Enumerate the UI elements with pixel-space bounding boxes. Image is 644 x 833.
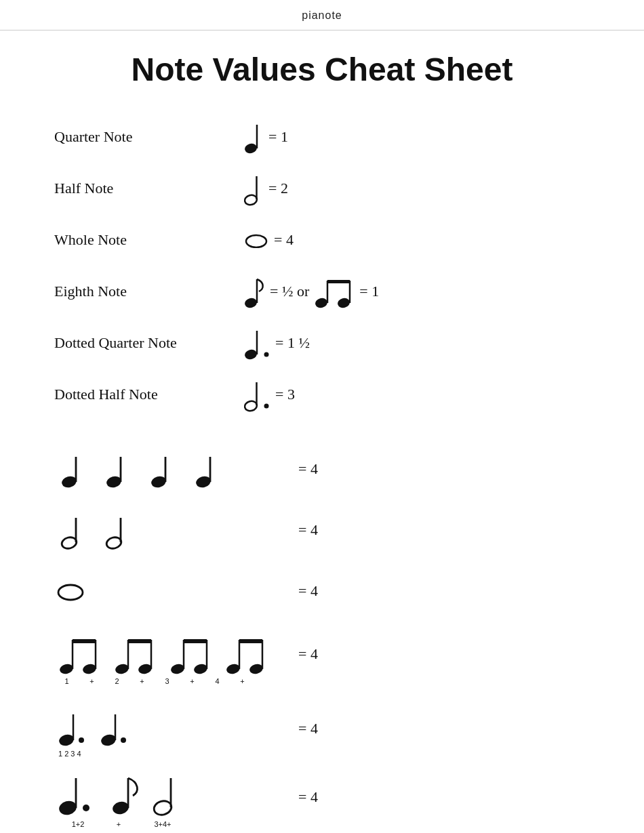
example-eq-1: = 4 <box>298 460 318 478</box>
half-note-label: Half Note <box>54 180 244 197</box>
example-row-4: 1 + 2 + 3 + 4 + = 4 <box>54 625 590 693</box>
whole-note-row: Whole Note = 4 <box>54 216 590 264</box>
quarter-note-label: Quarter Note <box>54 128 244 146</box>
dotted-quarter-note-label: Dotted Quarter Note <box>54 334 244 352</box>
example-notes-4: 1 + 2 + 3 + 4 + <box>54 632 298 685</box>
svg-point-5 <box>251 238 261 245</box>
beat-label-plus3: + <box>180 677 205 685</box>
svg-point-8 <box>315 297 329 309</box>
whole-note-value: = 4 <box>274 231 294 249</box>
mixed-label-2: + <box>102 820 136 828</box>
main-content: Note Values Cheat Sheet Quarter Note = 1… <box>0 31 644 833</box>
dotted-quarter-note-symbols: = 1 ½ <box>244 325 310 361</box>
example-notes-6: 1+2 + 3+4+ <box>54 771 298 828</box>
svg-point-0 <box>244 142 258 155</box>
whole-note-icon <box>244 232 268 248</box>
eight-eighth-notes-icon <box>54 632 285 676</box>
svg-point-13 <box>244 348 258 361</box>
example-eq-3: = 4 <box>298 582 318 600</box>
beat-label-plus2: + <box>129 677 155 685</box>
beat-label-2: 2 <box>104 677 129 685</box>
svg-point-55 <box>79 737 84 743</box>
beat-label-1: 1 <box>54 677 79 685</box>
page-title: Note Values Cheat Sheet <box>54 51 590 88</box>
half-note-icon <box>244 171 263 206</box>
example-row-1: = 4 <box>54 442 590 496</box>
dotted-half-note-value: = 3 <box>275 386 295 403</box>
beat-label-4: 4 <box>205 677 230 685</box>
page-header: pianote <box>0 0 644 31</box>
whole-note-symbols: = 4 <box>244 231 294 249</box>
eighth-note-row: Eighth Note = ½ or = 1 <box>54 267 590 316</box>
beat-label-3: 3 <box>155 677 180 685</box>
dotted-quarters-icon <box>54 706 190 748</box>
dotted-half-note-row: Dotted Half Note = 3 <box>54 370 590 419</box>
svg-point-61 <box>83 805 89 811</box>
svg-rect-37 <box>73 639 96 643</box>
svg-point-6 <box>244 297 258 309</box>
quarter-note-symbols: = 1 <box>244 119 288 155</box>
beat-label-plus1: + <box>79 677 104 685</box>
example-notes-1 <box>54 449 298 489</box>
half-note-row: Half Note = 2 <box>54 164 590 213</box>
svg-point-18 <box>264 404 269 409</box>
eighth-note-value1: = ½ or <box>270 283 309 300</box>
four-quarter-notes-icon <box>54 449 271 489</box>
eighth-note-value2: = 1 <box>359 283 379 300</box>
dotted-half-note-label: Dotted Half Note <box>54 386 244 403</box>
example-row-2: = 4 <box>54 503 590 557</box>
example-notes-5: 1 2 3 4 <box>54 706 298 758</box>
svg-point-9 <box>337 297 351 309</box>
dotted-quarter-note-row: Dotted Quarter Note = 1 ½ <box>54 319 590 367</box>
example-notes-2 <box>54 510 298 550</box>
svg-rect-12 <box>327 280 350 283</box>
example-row-3: = 4 <box>54 564 590 618</box>
dotted-q-label-1: 1 2 3 4 <box>54 750 115 758</box>
example-notes-3 <box>54 577 298 605</box>
two-half-notes-icon <box>54 510 190 550</box>
svg-point-32 <box>65 588 76 596</box>
eighth-note-label: Eighth Note <box>54 283 244 300</box>
svg-rect-42 <box>128 639 151 643</box>
mixed-label-1: 1+2 <box>54 820 102 828</box>
logo: pianote <box>302 9 342 21</box>
quarter-note-icon <box>244 119 263 155</box>
eighth-note-beamed-icon <box>315 274 354 309</box>
svg-rect-47 <box>184 639 207 643</box>
half-note-value: = 2 <box>268 180 288 197</box>
dotted-quarter-note-value: = 1 ½ <box>275 334 310 352</box>
dotted-half-note-icon <box>244 377 270 412</box>
whole-note-label: Whole Note <box>54 231 244 249</box>
example-eq-5: = 4 <box>298 720 318 737</box>
svg-rect-52 <box>239 639 262 643</box>
dotted-half-note-symbols: = 3 <box>244 377 295 412</box>
example-eq-6: = 4 <box>298 788 318 806</box>
example-eq-2: = 4 <box>298 521 318 539</box>
mixed-notes-icon <box>54 771 244 819</box>
quarter-note-value: = 1 <box>268 128 288 146</box>
svg-point-15 <box>264 352 269 357</box>
mixed-label-3: 3+4+ <box>136 820 190 828</box>
quarter-note-row: Quarter Note = 1 <box>54 113 590 161</box>
one-whole-note-icon <box>54 577 95 605</box>
example-eq-4: = 4 <box>298 645 318 663</box>
eighth-note-symbols: = ½ or = 1 <box>244 274 379 309</box>
example-row-5: 1 2 3 4 = 4 <box>54 699 590 758</box>
example-row-6: 1+2 + 3+4+ = 4 <box>54 765 590 832</box>
eighth-note-single-icon <box>244 274 264 309</box>
dotted-quarter-note-icon <box>244 325 270 361</box>
svg-point-58 <box>121 737 126 743</box>
beat-label-plus4: + <box>230 677 255 685</box>
half-note-symbols: = 2 <box>244 171 288 206</box>
